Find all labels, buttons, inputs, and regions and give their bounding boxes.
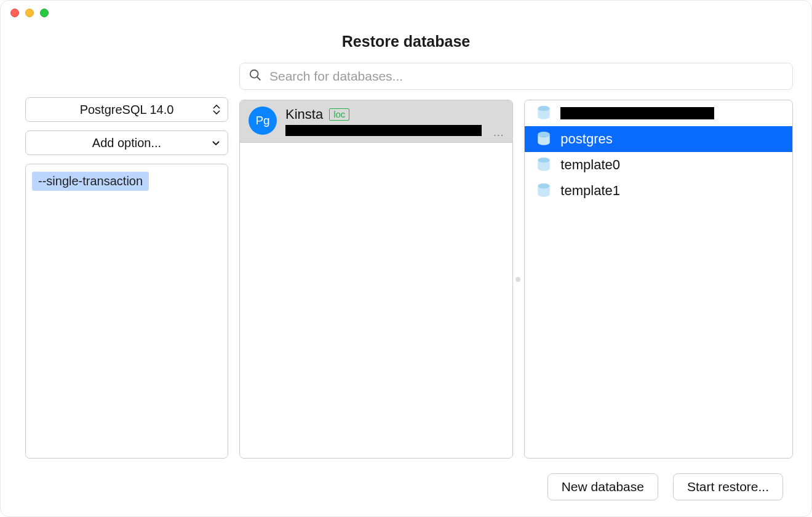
minimize-window-button[interactable] — [25, 9, 34, 17]
zoom-window-button[interactable] — [40, 9, 49, 17]
options-column: PostgreSQL 14.0 Add option... --single-t… — [25, 63, 228, 459]
svg-point-4 — [538, 158, 551, 163]
svg-point-5 — [538, 183, 551, 189]
database-item[interactable]: template0 — [525, 152, 792, 178]
search-input[interactable] — [269, 69, 784, 84]
database-name-redacted — [560, 107, 714, 119]
close-window-button[interactable] — [10, 9, 19, 17]
browser-column: Pg Kinsta loc … — [239, 63, 793, 459]
postgres-badge-icon: Pg — [249, 106, 277, 135]
updown-icon — [213, 105, 220, 114]
new-database-button[interactable]: New database — [547, 473, 658, 500]
svg-point-2 — [538, 106, 551, 111]
database-icon — [536, 157, 552, 173]
button-label: Start restore... — [687, 479, 769, 494]
servers-panel: Pg Kinsta loc … — [239, 100, 513, 459]
svg-point-0 — [250, 70, 258, 78]
truncation-indicator: … — [490, 129, 504, 136]
search-icon — [249, 68, 262, 84]
svg-point-3 — [538, 132, 551, 137]
dialog-window: Restore database PostgreSQL 14.0 Add opt… — [0, 0, 812, 517]
database-search[interactable] — [239, 63, 793, 90]
chevron-down-icon — [212, 138, 220, 147]
server-name: Kinsta — [285, 106, 323, 122]
dialog-title: Restore database — [1, 33, 811, 50]
add-option-label: Add option... — [92, 136, 161, 150]
databases-panel: postgres template0 t — [524, 100, 793, 459]
dialog-content: PostgreSQL 14.0 Add option... --single-t… — [1, 50, 811, 465]
add-option-select[interactable]: Add option... — [25, 130, 228, 155]
database-icon — [536, 105, 552, 121]
database-name: postgres — [560, 131, 612, 147]
server-meta: Kinsta loc — [285, 106, 482, 136]
server-host-redacted — [285, 125, 482, 136]
database-name: template1 — [560, 183, 620, 199]
database-icon — [536, 131, 552, 147]
server-item[interactable]: Pg Kinsta loc … — [240, 100, 512, 143]
server-location-tag: loc — [329, 108, 349, 121]
dialog-footer: New database Start restore... — [1, 465, 811, 516]
start-restore-button[interactable]: Start restore... — [673, 473, 783, 500]
button-label: New database — [562, 479, 644, 494]
database-item-selected[interactable]: postgres — [525, 126, 792, 152]
database-icon — [536, 183, 552, 199]
window-titlebar — [1, 1, 811, 25]
database-item[interactable]: template1 — [525, 178, 792, 204]
option-pill[interactable]: --single-transaction — [32, 172, 149, 191]
pane-resize-handle[interactable] — [515, 277, 520, 282]
browser-panels: Pg Kinsta loc … — [239, 100, 793, 459]
svg-line-1 — [257, 77, 261, 81]
window-controls — [10, 9, 49, 17]
pg-version-label: PostgreSQL 14.0 — [80, 103, 174, 117]
database-name: template0 — [560, 157, 620, 173]
options-list: --single-transaction — [25, 164, 228, 459]
database-item[interactable] — [525, 100, 792, 126]
pg-version-select[interactable]: PostgreSQL 14.0 — [25, 97, 228, 122]
